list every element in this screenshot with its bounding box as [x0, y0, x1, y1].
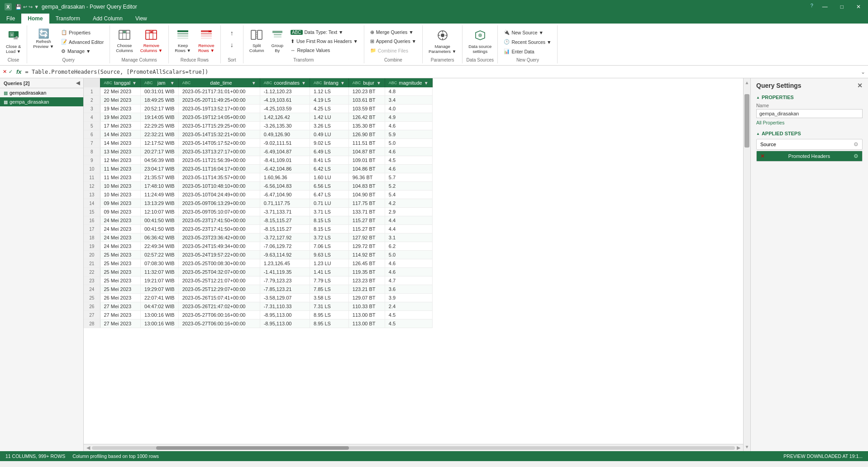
tab-add-column[interactable]: Add Column [86, 14, 129, 24]
table-cell[interactable]: 123.21 BT [348, 285, 385, 294]
remove-rows-button[interactable]: RemoveRows ▼ [195, 27, 218, 55]
table-cell[interactable]: 2023-05-21T17:31:01+00:00 [178, 87, 260, 96]
table-cell[interactable]: 6.56 LS [310, 182, 348, 191]
enter-data-button[interactable]: 📊 Enter Data [501, 47, 554, 56]
table-cell[interactable]: 2023-05-14T15:32:21+00:00 [178, 130, 260, 139]
table-cell[interactable]: 07:08:30 WIB [141, 259, 179, 268]
table-cell[interactable]: 2023-05-25T12:29:07+00:00 [178, 285, 260, 294]
table-cell[interactable]: 110.33 BT [348, 302, 385, 311]
minimize-btn[interactable]: — [819, 3, 831, 11]
table-cell[interactable]: 11 Mei 2023 [100, 173, 141, 182]
table-cell[interactable]: 2023-05-23T17:41:50+00:00 [178, 216, 260, 225]
table-cell[interactable]: 14 Mei 2023 [100, 130, 141, 139]
table-cell[interactable]: 9.02 LS [310, 139, 348, 148]
tab-home[interactable]: Home [21, 14, 49, 24]
query-item-gempa-dirasakan[interactable]: ▦ gempa_dirasakan [0, 97, 83, 106]
table-cell[interactable]: 00:41:50 WIB [141, 225, 179, 234]
table-cell[interactable]: 3.72 LS [310, 234, 348, 242]
table-cell[interactable]: 5.0 [385, 251, 432, 259]
table-cell[interactable]: -6.42,104.86 [260, 165, 310, 173]
table-cell[interactable]: 8.15 LS [310, 216, 348, 225]
advanced-editor-button[interactable]: 📝 Advanced Editor [58, 38, 107, 46]
table-cell[interactable]: 2023-05-23T17:41:50+00:00 [178, 225, 260, 234]
scroll-down-arrow[interactable]: ▼ [745, 443, 749, 451]
table-cell[interactable]: -9.02,111.51 [260, 139, 310, 148]
table-cell[interactable]: 3.9 [385, 294, 432, 302]
table-cell[interactable]: 20:52:17 WIB [141, 105, 179, 113]
table-cell[interactable]: 104.87 BT [348, 148, 385, 156]
table-cell[interactable]: 27 Mei 2023 [100, 302, 141, 311]
table-cell[interactable]: 5.9 [385, 130, 432, 139]
table-cell[interactable]: 17 Mei 2023 [100, 122, 141, 130]
table-cell[interactable]: 09 Mei 2023 [100, 199, 141, 208]
col-header-bujur[interactable]: ABC bujur ▼ [348, 78, 385, 87]
col-header-jam[interactable]: ABC jam ▼ [141, 78, 179, 87]
table-cell[interactable]: 1.42 LU [310, 113, 348, 122]
table-cell[interactable]: 09 Mei 2023 [100, 208, 141, 216]
close-load-button[interactable]: X Close &Load ▼ [3, 27, 24, 56]
table-cell[interactable]: 1.23,126.45 [260, 259, 310, 268]
table-cell[interactable]: 13:00:16 WIB [141, 311, 179, 319]
table-cell[interactable]: 0.71,117.75 [260, 199, 310, 208]
table-cell[interactable]: 19 Mei 2023 [100, 105, 141, 113]
table-cell[interactable]: 7.06 LS [310, 242, 348, 251]
table-cell[interactable]: -7.85,123.21 [260, 285, 310, 294]
table-cell[interactable]: 24 Mei 2023 [100, 216, 141, 225]
table-cell[interactable]: 1.12 LS [310, 87, 348, 96]
table-cell[interactable]: 127.92 BT [348, 234, 385, 242]
remove-columns-button[interactable]: RemoveColumns ▼ [137, 27, 166, 55]
table-cell[interactable]: 3.6 [385, 285, 432, 294]
table-cell[interactable]: 135.30 BT [348, 122, 385, 130]
table-cell[interactable]: 2023-05-27T06:00:16+00:00 [178, 319, 260, 328]
col-filter-jam[interactable]: ▼ [170, 81, 175, 86]
table-cell[interactable]: -7.06,129.72 [260, 242, 310, 251]
col-header-datetime[interactable]: ABC date_time ▼ [178, 78, 260, 87]
table-cell[interactable]: 11 Mei 2023 [100, 165, 141, 173]
col-filter-datetime[interactable]: ▼ [252, 81, 256, 86]
table-cell[interactable]: 2023-05-17T15:29:25+00:00 [178, 122, 260, 130]
merge-queries-button[interactable]: ⊕ Merge Queries ▼ [367, 28, 420, 36]
table-cell[interactable]: 17:48:10 WIB [141, 182, 179, 191]
table-cell[interactable]: 4.9 [385, 113, 432, 122]
table-cell[interactable]: -7.31,110.33 [260, 302, 310, 311]
table-cell[interactable]: 19:14:05 WIB [141, 113, 179, 122]
table-cell[interactable]: 1.60 LU [310, 173, 348, 182]
table-cell[interactable]: 133.71 BT [348, 208, 385, 216]
table-cell[interactable]: 115.27 BT [348, 225, 385, 234]
table-cell[interactable]: 22 Mei 2023 [100, 87, 141, 96]
table-cell[interactable]: 4.6 [385, 148, 432, 156]
col-header-tanggal[interactable]: ABC tanggal ▼ [100, 78, 141, 87]
table-cell[interactable]: 4.2 [385, 199, 432, 208]
table-cell[interactable]: 2023-05-13T13:27:17+00:00 [178, 148, 260, 156]
table-cell[interactable]: -9.63,114.92 [260, 251, 310, 259]
table-cell[interactable]: 117.75 BT [348, 199, 385, 208]
table-cell[interactable]: 2023-05-19T12:14:05+00:00 [178, 113, 260, 122]
table-cell[interactable]: 4.0 [385, 105, 432, 113]
table-cell[interactable]: 27 Mei 2023 [100, 319, 141, 328]
table-cell[interactable]: 2023-05-10T04:24:49+00:00 [178, 191, 260, 199]
tab-file[interactable]: File [0, 14, 21, 24]
split-column-button[interactable]: SplitColumn [246, 27, 267, 55]
group-by-button[interactable]: GroupBy [268, 27, 286, 55]
table-cell[interactable]: 12:10:07 WIB [141, 208, 179, 216]
table-cell[interactable]: 0.49,126.90 [260, 130, 310, 139]
table-cell[interactable]: 3.58 LS [310, 294, 348, 302]
table-cell[interactable]: 1.42,126.42 [260, 113, 310, 122]
table-cell[interactable]: -4.25,103.59 [260, 105, 310, 113]
table-cell[interactable]: 1.41 LS [310, 268, 348, 276]
table-cell[interactable]: 6.47 LS [310, 191, 348, 199]
queries-collapse-icon[interactable]: ◀ [76, 80, 80, 86]
table-cell[interactable]: 6.42 LS [310, 165, 348, 173]
formula-expand-icon[interactable]: ⌄ [861, 69, 865, 75]
table-cell[interactable]: 5.0 [385, 139, 432, 148]
table-cell[interactable]: 24 Mei 2023 [100, 234, 141, 242]
use-first-row-button[interactable]: ⬆ Use First Row as Headers ▼ [287, 37, 361, 45]
recent-sources-button[interactable]: 🕒 Recent Sources ▼ [501, 38, 554, 46]
table-cell[interactable]: 2023-05-20T11:49:25+00:00 [178, 96, 260, 105]
table-cell[interactable]: 4.7 [385, 276, 432, 285]
new-source-button[interactable]: 🔌 New Source ▼ [501, 28, 554, 37]
table-cell[interactable]: 13:13:29 WIB [141, 199, 179, 208]
table-cell[interactable]: 96.36 BT [348, 173, 385, 182]
table-cell[interactable]: 8.15 LS [310, 225, 348, 234]
table-cell[interactable]: 27 Mei 2023 [100, 311, 141, 319]
